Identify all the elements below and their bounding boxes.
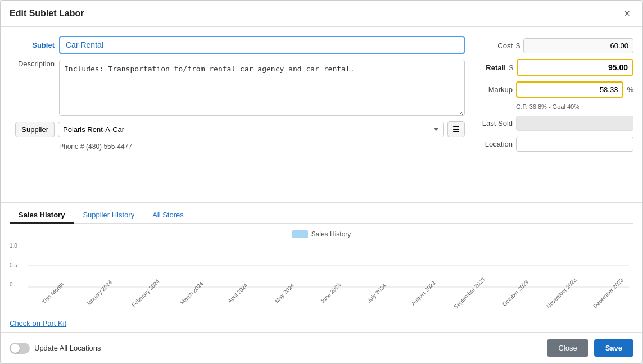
left-panel: Sublet Description Supplier Polaris Rent… [10,36,465,193]
tab-sales-history[interactable]: Sales History [10,207,74,224]
phone-number: Phone # (480) 555-4477 [59,143,465,151]
legend-label: Sales History [311,230,351,238]
close-icon-button[interactable]: × [621,7,633,20]
markup-field-row: Markup % [476,81,633,98]
tabs-section: Sales History Supplier History All Store… [1,202,642,224]
update-all-locations-toggle[interactable] [10,343,30,354]
location-label: Location [476,140,513,148]
toggle-knob [11,344,20,353]
close-button[interactable]: Close [547,339,588,357]
tab-all-stores[interactable]: All Stores [143,207,193,224]
sublet-input[interactable] [59,36,465,54]
retail-label: Retail [476,63,506,72]
sublet-label: Sublet [10,41,55,49]
tabs-header: Sales History Supplier History All Store… [10,203,633,224]
markup-input[interactable] [516,81,623,98]
cost-input[interactable] [523,38,633,53]
description-textarea[interactable] [59,60,465,116]
cost-label: Cost [476,42,513,50]
y-label-2: 0.5 [10,262,17,269]
toggle-area: Update All Locations [10,343,101,354]
edit-sublet-labor-modal: Edit Sublet Labor × Sublet Description S… [0,0,643,364]
check-on-part-kit-link[interactable]: Check on Part Kit [1,315,642,332]
supplier-field-row: Supplier Polaris Rent-A-Car ☰ [10,121,465,137]
chart-x-labels: This Month January 2024 February 2024 Ma… [28,289,629,297]
gp-text: G.P. 36.8% - Goal 40% [516,103,633,110]
y-label-1: 1.0 [10,243,17,249]
tab-supplier-history[interactable]: Supplier History [74,207,143,224]
retail-currency: $ [509,63,513,72]
chart-bars [28,243,629,288]
chart-area: Sales History 1.0 0.5 0 [1,224,642,315]
cost-field-row: Cost $ [476,38,633,53]
last-sold-input [516,116,633,131]
supplier-select[interactable]: Polaris Rent-A-Car [58,122,444,137]
last-sold-label: Last Sold [476,119,513,128]
last-sold-field-row: Last Sold [476,116,633,131]
modal-footer: Update All Locations Close Save [1,332,642,363]
description-field-row: Description [10,60,465,116]
location-field-row: Location [476,136,633,152]
y-label-3: 0 [10,281,17,288]
markup-label: Markup [476,85,513,94]
sublet-field-row: Sublet [10,36,465,54]
retail-field-row: Retail $ [476,59,633,76]
supplier-list-icon-button[interactable]: ☰ [447,121,465,137]
modal-header: Edit Sublet Labor × [1,1,642,27]
toggle-label: Update All Locations [34,344,101,352]
markup-percent-symbol: % [627,85,633,94]
location-input[interactable] [516,136,633,152]
chart-legend: Sales History [10,230,633,238]
cost-currency: $ [516,42,520,50]
save-button[interactable]: Save [594,339,633,357]
retail-input[interactable] [517,59,633,76]
legend-color-box [292,230,308,238]
modal-body: Sublet Description Supplier Polaris Rent… [1,27,642,202]
description-label: Description [10,60,55,68]
modal-title: Edit Sublet Labor [10,8,84,19]
right-panel: Cost $ Retail $ Markup % G.P. 36.8% - Go… [476,36,633,193]
supplier-label-button[interactable]: Supplier [15,122,55,137]
